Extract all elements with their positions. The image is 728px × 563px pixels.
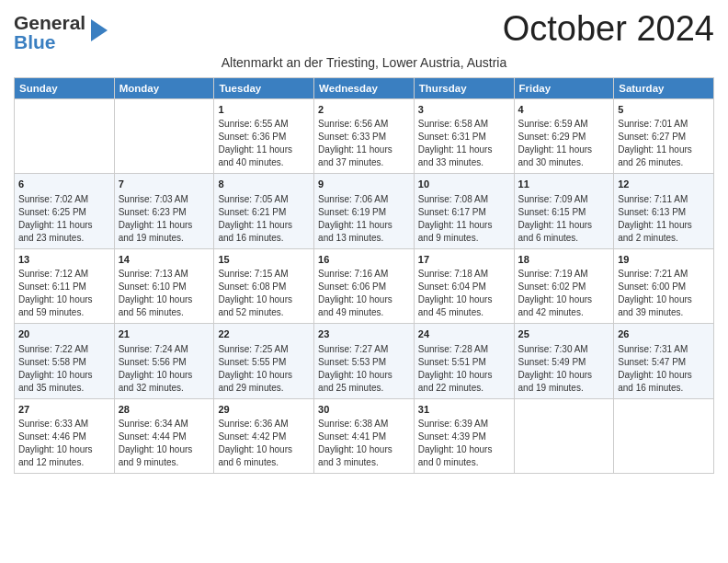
calendar-cell: 6Sunrise: 7:02 AMSunset: 6:25 PMDaylight…	[15, 174, 115, 248]
logo: General Blue	[14, 13, 109, 52]
day-number: 7	[119, 178, 210, 191]
day-info: Sunrise: 6:58 AMSunset: 6:31 PMDaylight:…	[418, 118, 510, 169]
day-info: Sunrise: 6:55 AMSunset: 6:36 PMDaylight:…	[218, 118, 310, 169]
day-info: Sunrise: 7:18 AMSunset: 6:04 PMDaylight:…	[418, 268, 510, 319]
day-number: 31	[418, 403, 510, 417]
day-info: Sunrise: 7:30 AMSunset: 5:49 PMDaylight:…	[518, 343, 610, 395]
calendar-cell: 8Sunrise: 7:05 AMSunset: 6:21 PMDaylight…	[214, 174, 314, 248]
calendar-cell: 18Sunrise: 7:19 AMSunset: 6:02 PMDayligh…	[514, 248, 614, 323]
day-info: Sunrise: 7:27 AMSunset: 5:53 PMDaylight:…	[318, 343, 410, 395]
day-info: Sunrise: 7:13 AMSunset: 6:10 PMDaylight:…	[119, 268, 210, 319]
day-number: 23	[318, 327, 410, 341]
day-info: Sunrise: 7:24 AMSunset: 5:56 PMDaylight:…	[119, 343, 210, 395]
day-number: 18	[518, 253, 610, 267]
calendar-cell: 17Sunrise: 7:18 AMSunset: 6:04 PMDayligh…	[414, 248, 514, 323]
day-info: Sunrise: 7:19 AMSunset: 6:02 PMDaylight:…	[518, 268, 610, 319]
calendar-cell: 1Sunrise: 6:55 AMSunset: 6:36 PMDaylight…	[214, 99, 314, 174]
month-title: October 2024	[503, 9, 714, 49]
calendar-cell	[114, 99, 214, 174]
weekday-header-sunday: Sunday	[15, 78, 115, 99]
day-number: 11	[518, 178, 610, 191]
day-number: 14	[119, 253, 210, 267]
day-number: 20	[18, 327, 110, 341]
day-number: 6	[18, 178, 110, 191]
calendar-cell: 5Sunrise: 7:01 AMSunset: 6:27 PMDaylight…	[614, 99, 714, 174]
day-number: 15	[218, 253, 310, 267]
day-info: Sunrise: 6:33 AMSunset: 4:46 PMDaylight:…	[18, 418, 110, 469]
calendar-cell: 31Sunrise: 6:39 AMSunset: 4:39 PMDayligh…	[414, 398, 514, 473]
day-info: Sunrise: 6:34 AMSunset: 4:44 PMDaylight:…	[119, 418, 210, 469]
calendar-cell: 29Sunrise: 6:36 AMSunset: 4:42 PMDayligh…	[214, 398, 314, 473]
calendar-cell: 7Sunrise: 7:03 AMSunset: 6:23 PMDaylight…	[114, 174, 214, 248]
day-info: Sunrise: 6:56 AMSunset: 6:33 PMDaylight:…	[318, 118, 410, 169]
day-number: 3	[418, 103, 510, 117]
day-number: 16	[318, 253, 410, 267]
calendar-cell: 23Sunrise: 7:27 AMSunset: 5:53 PMDayligh…	[314, 324, 415, 398]
svg-marker-0	[91, 19, 108, 41]
weekday-header-monday: Monday	[114, 78, 214, 99]
day-info: Sunrise: 7:09 AMSunset: 6:15 PMDaylight:…	[518, 193, 610, 245]
day-info: Sunrise: 7:28 AMSunset: 5:51 PMDaylight:…	[418, 343, 510, 395]
day-info: Sunrise: 6:59 AMSunset: 6:29 PMDaylight:…	[518, 118, 610, 169]
day-info: Sunrise: 6:38 AMSunset: 4:41 PMDaylight:…	[318, 418, 410, 469]
calendar-table: SundayMondayTuesdayWednesdayThursdayFrid…	[14, 77, 714, 474]
day-info: Sunrise: 7:12 AMSunset: 6:11 PMDaylight:…	[18, 268, 110, 319]
calendar-subtitle: Altenmarkt an der Triesting, Lower Austr…	[14, 55, 714, 70]
calendar-cell: 11Sunrise: 7:09 AMSunset: 6:15 PMDayligh…	[514, 174, 614, 248]
day-number: 19	[618, 253, 710, 267]
calendar-cell: 4Sunrise: 6:59 AMSunset: 6:29 PMDaylight…	[514, 99, 614, 174]
day-number: 1	[218, 103, 310, 117]
day-number: 29	[218, 403, 310, 417]
calendar-cell: 2Sunrise: 6:56 AMSunset: 6:33 PMDaylight…	[314, 99, 415, 174]
day-info: Sunrise: 7:21 AMSunset: 6:00 PMDaylight:…	[618, 268, 710, 319]
calendar-cell	[514, 398, 614, 473]
day-number: 12	[618, 178, 710, 191]
calendar-cell: 10Sunrise: 7:08 AMSunset: 6:17 PMDayligh…	[414, 174, 514, 248]
day-number: 4	[518, 103, 610, 117]
calendar-cell: 22Sunrise: 7:25 AMSunset: 5:55 PMDayligh…	[214, 324, 314, 398]
day-number: 27	[18, 403, 110, 417]
calendar-cell: 12Sunrise: 7:11 AMSunset: 6:13 PMDayligh…	[614, 174, 714, 248]
calendar-cell: 16Sunrise: 7:16 AMSunset: 6:06 PMDayligh…	[314, 248, 415, 323]
day-number: 28	[119, 403, 210, 417]
calendar-cell: 30Sunrise: 6:38 AMSunset: 4:41 PMDayligh…	[314, 398, 415, 473]
day-number: 13	[18, 253, 110, 267]
day-number: 22	[218, 327, 310, 341]
calendar-cell: 21Sunrise: 7:24 AMSunset: 5:56 PMDayligh…	[114, 324, 214, 398]
calendar-cell: 9Sunrise: 7:06 AMSunset: 6:19 PMDaylight…	[314, 174, 415, 248]
calendar-cell: 24Sunrise: 7:28 AMSunset: 5:51 PMDayligh…	[414, 324, 514, 398]
day-info: Sunrise: 7:02 AMSunset: 6:25 PMDaylight:…	[18, 193, 110, 245]
day-info: Sunrise: 7:25 AMSunset: 5:55 PMDaylight:…	[218, 343, 310, 395]
day-info: Sunrise: 7:11 AMSunset: 6:13 PMDaylight:…	[618, 193, 710, 245]
calendar-cell: 13Sunrise: 7:12 AMSunset: 6:11 PMDayligh…	[15, 248, 115, 323]
weekday-header-thursday: Thursday	[414, 78, 514, 99]
calendar-cell: 14Sunrise: 7:13 AMSunset: 6:10 PMDayligh…	[114, 248, 214, 323]
day-info: Sunrise: 7:08 AMSunset: 6:17 PMDaylight:…	[418, 193, 510, 245]
calendar-cell	[15, 99, 115, 174]
calendar-cell: 15Sunrise: 7:15 AMSunset: 6:08 PMDayligh…	[214, 248, 314, 323]
logo-icon	[89, 17, 109, 43]
day-number: 5	[618, 103, 710, 117]
day-info: Sunrise: 7:06 AMSunset: 6:19 PMDaylight:…	[318, 193, 410, 245]
day-number: 24	[418, 327, 510, 341]
calendar-cell: 27Sunrise: 6:33 AMSunset: 4:46 PMDayligh…	[15, 398, 115, 473]
day-number: 17	[418, 253, 510, 267]
day-number: 25	[518, 327, 610, 341]
weekday-header-friday: Friday	[514, 78, 614, 99]
calendar-cell: 28Sunrise: 6:34 AMSunset: 4:44 PMDayligh…	[114, 398, 214, 473]
day-info: Sunrise: 7:03 AMSunset: 6:23 PMDaylight:…	[119, 193, 210, 245]
day-info: Sunrise: 6:36 AMSunset: 4:42 PMDaylight:…	[218, 418, 310, 469]
logo-blue: Blue	[14, 32, 85, 52]
day-number: 30	[318, 403, 410, 417]
calendar-cell: 20Sunrise: 7:22 AMSunset: 5:58 PMDayligh…	[15, 324, 115, 398]
day-number: 2	[318, 103, 410, 117]
weekday-header-tuesday: Tuesday	[214, 78, 314, 99]
logo-general: General	[14, 13, 85, 32]
day-number: 9	[318, 178, 410, 191]
calendar-cell: 3Sunrise: 6:58 AMSunset: 6:31 PMDaylight…	[414, 99, 514, 174]
day-number: 26	[618, 327, 710, 341]
day-info: Sunrise: 7:22 AMSunset: 5:58 PMDaylight:…	[18, 343, 110, 395]
day-info: Sunrise: 6:39 AMSunset: 4:39 PMDaylight:…	[418, 418, 510, 469]
weekday-header-saturday: Saturday	[614, 78, 714, 99]
day-info: Sunrise: 7:15 AMSunset: 6:08 PMDaylight:…	[218, 268, 310, 319]
